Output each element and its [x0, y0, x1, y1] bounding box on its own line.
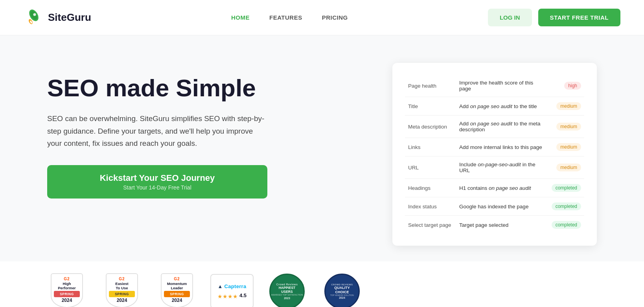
capterra-logo: ▲ Capterra: [218, 283, 247, 289]
award-happiest-users: Crowd Reviews HAPPIESTUSERS AWARDED TOP …: [267, 274, 307, 307]
award-g2-momentum: G2 MomentumLeader SPRING 2024: [157, 273, 197, 307]
row-badge: high: [548, 75, 584, 97]
capterra-stars: ★★★★: [217, 293, 238, 300]
row-desc: H1 contains on page seo audit: [456, 179, 548, 197]
row-desc: Google has indexed the page: [456, 197, 548, 216]
nav-pricing[interactable]: PRICING: [322, 14, 348, 21]
quality-main: QUALITYCHOICE: [334, 286, 350, 294]
cta-main-text: Kickstart Your SEO Journey: [100, 173, 215, 183]
row-badge: completed: [548, 216, 584, 234]
table-row: HeadingsH1 contains on page seo auditcom…: [405, 179, 584, 197]
row-badge: medium: [548, 138, 584, 156]
capterra-badge: ▲ Capterra ★★★★ 4.5: [210, 274, 254, 307]
table-row: URLInclude on-page-seo-audit in the URLm…: [405, 156, 584, 179]
awards-section: G2 HighPerformer SPRING 2024 G2 EasiestT…: [0, 261, 644, 307]
row-badge: medium: [548, 97, 584, 116]
table-row: TitleAdd on page seo audit to the titlem…: [405, 97, 584, 116]
g2-year-3: 2024: [172, 298, 182, 303]
g2-main-1: HighPerformer: [58, 281, 75, 290]
seo-card-container: Page healthImprove the health score of t…: [392, 59, 597, 246]
nav-features[interactable]: FEATURES: [269, 14, 302, 21]
g2-label-1: G2: [64, 277, 70, 281]
logo-text: SiteGuru: [48, 11, 91, 24]
row-desc: Add on page seo audit to the title: [456, 97, 548, 116]
table-row: LinksAdd more internal links to this pag…: [405, 138, 584, 156]
row-label: Page health: [405, 75, 456, 97]
crowd-green-badge: Crowd Reviews HAPPIESTUSERS AWARDED TOP …: [269, 274, 305, 307]
g2-year-1: 2024: [62, 298, 72, 303]
crowd-sub: AWARDED TOP SATISFACTION: [271, 294, 303, 296]
seo-card: Page healthImprove the health score of t…: [392, 63, 597, 246]
row-label: Headings: [405, 179, 456, 197]
g2-bar-1: SPRING: [54, 291, 80, 297]
table-row: Select target pageTarget page selectedco…: [405, 216, 584, 234]
hero-title: SEO made Simple: [47, 75, 369, 101]
g2-bar-3: SPRING: [164, 291, 190, 297]
main-nav: HOME FEATURES PRICING: [231, 14, 348, 21]
row-desc: Add on page seo audit to the meta descri…: [456, 116, 548, 138]
quality-badge: Crowd Reviews QUALITYCHOICE TOP VENDOR S…: [324, 274, 360, 307]
header: SiteGuru HOME FEATURES PRICING LOG IN ST…: [0, 0, 644, 35]
login-button[interactable]: LOG IN: [488, 9, 532, 26]
g2-main-2: EasiestTo Use: [115, 281, 128, 290]
g2-bar-2: SPRING: [109, 291, 135, 297]
award-quality-choice: Crowd Reviews QUALITYCHOICE TOP VENDOR S…: [322, 274, 362, 307]
svg-point-4: [33, 13, 36, 16]
hero-section: SEO made Simple SEO can be overwhelming.…: [0, 35, 644, 261]
g2-year-2: 2024: [117, 298, 127, 303]
row-label: Index status: [405, 197, 456, 216]
table-row: Page healthImprove the health score of t…: [405, 75, 584, 97]
award-capterra: ▲ Capterra ★★★★ 4.5: [212, 274, 252, 307]
nav-home[interactable]: HOME: [231, 14, 250, 21]
hero-left: SEO made Simple SEO can be overwhelming.…: [47, 59, 369, 199]
table-row: Meta descriptionAdd on page seo audit to…: [405, 116, 584, 138]
crowd-year: 2023: [284, 297, 290, 300]
seo-table: Page healthImprove the health score of t…: [405, 75, 584, 234]
row-desc: Target page selected: [456, 216, 548, 234]
row-desc: Add more internal links to this page: [456, 138, 548, 156]
header-actions: LOG IN START FREE TRIAL: [488, 9, 620, 26]
row-label: Meta description: [405, 116, 456, 138]
row-label: Select target page: [405, 216, 456, 234]
logo[interactable]: SiteGuru: [24, 7, 91, 28]
crowd-top: Crowd Reviews: [276, 283, 298, 286]
trial-button[interactable]: START FREE TRIAL: [538, 9, 620, 26]
row-label: Links: [405, 138, 456, 156]
table-row: Index statusGoogle has indexed the pagec…: [405, 197, 584, 216]
row-badge: completed: [548, 179, 584, 197]
hero-description: SEO can be overwhelming. SiteGuru simpli…: [47, 112, 267, 149]
quality-year: 2024: [339, 296, 345, 299]
g2-label-3: G2: [174, 277, 180, 281]
row-badge: completed: [548, 197, 584, 216]
row-badge: medium: [548, 116, 584, 138]
g2-main-3: MomentumLeader: [167, 281, 187, 290]
row-label: URL: [405, 156, 456, 179]
crowd-main: HAPPIESTUSERS: [279, 286, 296, 294]
award-g2-high-performer: G2 HighPerformer SPRING 2024: [47, 273, 86, 307]
row-label: Title: [405, 97, 456, 116]
cta-button[interactable]: Kickstart Your SEO Journey Start Your 14…: [47, 165, 267, 199]
award-g2-easiest: G2 EasiestTo Use SPRING 2024: [102, 273, 142, 307]
row-badge: medium: [548, 156, 584, 179]
row-desc: Improve the health score of this page: [456, 75, 548, 97]
g2-label-2: G2: [119, 277, 125, 281]
logo-icon: [24, 7, 44, 28]
capterra-score: 4.5: [239, 292, 247, 298]
row-desc: Include on-page-seo-audit in the URL: [456, 156, 548, 179]
cta-sub-text: Start Your 14-Day Free Trial: [123, 184, 191, 191]
